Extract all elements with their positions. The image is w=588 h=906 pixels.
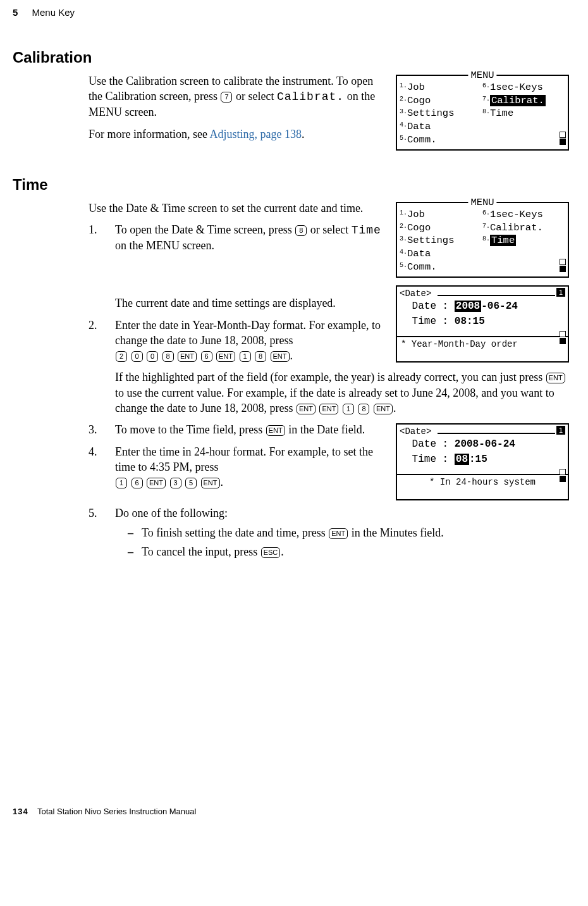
key-ent: ENT [266, 425, 285, 436]
step-5a: – To finish setting the date and time, p… [115, 525, 569, 540]
key-esc: ESC [261, 547, 281, 558]
step-3: 3. To move to the Time field, press ENT … [89, 422, 569, 437]
key-8: 8 [295, 225, 307, 236]
menu-item: Comm. [407, 134, 437, 146]
menu-item-selected: Calibrat. [490, 95, 546, 106]
menu-item: 1sec-Keys [490, 82, 543, 93]
menu-item: Settings [407, 108, 454, 119]
menu-item: Data [407, 121, 431, 132]
step-5b: – To cancel the input, press ESC. [115, 544, 569, 559]
step-1: 1. To open the Date & Time screen, press… [89, 222, 569, 311]
chapter-number: 5 [13, 7, 18, 18]
page-number: 134 [13, 807, 28, 816]
book-title: Total Station Nivo Series Instruction Ma… [37, 807, 196, 816]
page-indicator: 1 [556, 288, 565, 297]
page-header: 5 Menu Key [13, 6, 569, 19]
menu-screen-calibrat: MENU 1.Job 2.Cogo 3.Settings 4.Data 5.Co… [396, 75, 569, 151]
key-ent: ENT [329, 528, 348, 539]
link-adjusting[interactable]: Adjusting, page 138 [209, 128, 302, 140]
menu-item: 1sec-Keys [490, 209, 543, 220]
step-5: 5. Do one of the following: – To finish … [89, 506, 569, 559]
menu-item: Cogo [407, 95, 431, 106]
step-2: 2. Enter the date in Year-Month-Day form… [89, 318, 569, 416]
menu-item: Job [407, 82, 425, 93]
menu-item: Time [490, 108, 513, 119]
step-4: 4. Enter the time in 24-hour format. For… [89, 444, 569, 490]
menu-screen-title: MENU [468, 69, 496, 82]
section-heading-calibration: Calibration [13, 47, 569, 68]
section-heading-time: Time [13, 175, 569, 195]
key-sequence-date: 2 0 0 8 ENT 6 ENT 1 8 ENT [115, 349, 290, 362]
menu-screen-title: MENU [468, 196, 496, 209]
key-7: 7 [221, 92, 232, 102]
date-screen-title: <Date> [400, 289, 431, 299]
key-ent: ENT [546, 373, 565, 383]
page-footer: 134 Total Station Nivo Series Instructio… [13, 806, 569, 817]
chapter-title: Menu Key [32, 7, 75, 18]
key-sequence-time: 1 6 ENT 3 5 ENT [115, 476, 221, 488]
menu-item: Job [407, 209, 425, 220]
